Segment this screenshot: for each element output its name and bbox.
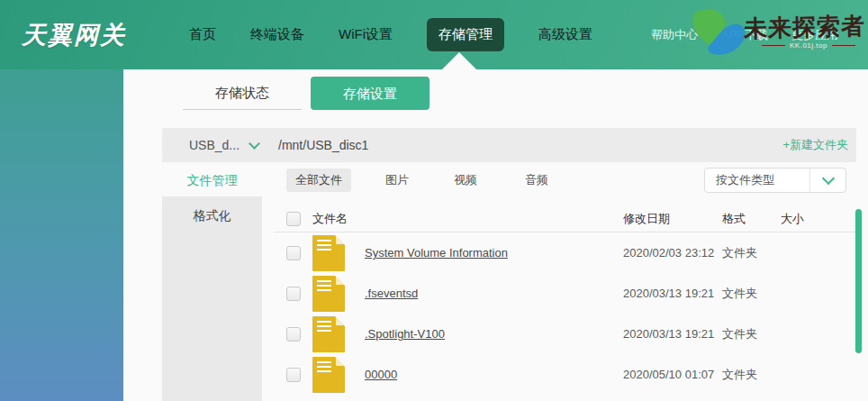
file-date: 2020/03/13 19:21 — [623, 287, 722, 300]
storage-path-bar: USB_d... /mnt/USB_disc1 +新建文件夹 — [162, 128, 856, 162]
column-header-size: 大小 — [781, 211, 856, 227]
file-name-link[interactable]: .fseventsd — [365, 287, 623, 300]
watermark-text: 未来探索者 — [744, 10, 866, 45]
file-icon — [312, 235, 345, 271]
file-name-link[interactable]: .Spotlight-V100 — [365, 327, 623, 341]
nav-item-wifi[interactable]: WiFi设置 — [339, 26, 393, 43]
filter-tab-audio[interactable]: 音频 — [525, 172, 548, 188]
watermark-line-left — [762, 45, 785, 46]
butterfly-logo-icon — [683, 5, 747, 61]
new-folder-button[interactable]: +新建文件夹 — [782, 137, 848, 153]
sidebar-item-file-management[interactable]: 文件管理 — [162, 165, 262, 196]
current-path: /mnt/USB_disc1 — [278, 138, 368, 152]
nav-item-devices[interactable]: 终端设备 — [250, 26, 304, 43]
column-header-date: 修改日期 — [623, 211, 722, 227]
file-icon — [312, 357, 345, 393]
file-type-tabs: 全部文件 图片 视频 音频 — [286, 169, 548, 192]
table-row: .fseventsd 2020/03/13 19:21 文件夹 — [275, 273, 856, 314]
row-checkbox[interactable] — [286, 246, 301, 260]
watermark-url: KK.01j.top — [790, 41, 827, 50]
file-name-link[interactable]: System Volume Information — [365, 246, 623, 260]
watermark-line-right — [832, 45, 855, 46]
nav-item-home[interactable]: 首页 — [189, 26, 216, 43]
dropdown-chevron-box[interactable] — [809, 169, 845, 192]
file-table: 文件名 修改日期 格式 大小 System Volume Information… — [275, 205, 856, 395]
select-all-checkbox[interactable] — [286, 212, 301, 226]
file-date: 2020/02/03 23:12 — [623, 246, 722, 260]
file-type-dropdown[interactable]: 按文件类型 — [704, 168, 846, 193]
watermark-subtext: KK.01j.top — [762, 41, 855, 50]
table-row: .Spotlight-V100 2020/03/13 19:21 文件夹 — [275, 314, 856, 354]
top-header: 天翼网关 首页 终端设备 WiFi设置 存储管理 高级设置 帮助中心 APP下载… — [0, 0, 868, 69]
file-format: 文件夹 — [722, 245, 781, 261]
file-date: 2020/05/10 01:07 — [623, 368, 722, 381]
main-nav: 首页 终端设备 WiFi设置 存储管理 高级设置 — [189, 0, 592, 69]
file-icon — [312, 276, 345, 312]
file-type-dropdown-value: 按文件类型 — [705, 172, 809, 188]
app-logo: 天翼网关 — [22, 19, 126, 51]
file-format: 文件夹 — [722, 286, 781, 302]
filter-tab-videos[interactable]: 视频 — [454, 172, 477, 188]
chevron-down-icon — [821, 172, 834, 185]
file-format: 文件夹 — [722, 367, 781, 383]
content-panel: 存储状态 存储设置 USB_d... /mnt/USB_disc1 +新建文件夹… — [123, 69, 868, 401]
file-name-link[interactable]: 00000 — [365, 368, 623, 381]
nav-item-advanced[interactable]: 高级设置 — [538, 26, 592, 43]
filter-tab-images[interactable]: 图片 — [385, 172, 409, 188]
column-header-name: 文件名 — [312, 211, 623, 227]
row-checkbox[interactable] — [286, 368, 301, 382]
usb-device-selector[interactable]: USB_d... — [189, 138, 240, 152]
active-nav-pointer — [442, 52, 476, 69]
column-header-format: 格式 — [722, 211, 781, 227]
file-date: 2020/03/13 19:21 — [623, 327, 722, 341]
chevron-down-icon[interactable] — [249, 138, 260, 150]
row-checkbox[interactable] — [286, 327, 301, 342]
filter-tab-all[interactable]: 全部文件 — [286, 169, 351, 192]
table-scrollbar[interactable] — [855, 209, 862, 353]
tab-storage-status[interactable]: 存储状态 — [183, 77, 302, 110]
table-header-row: 文件名 修改日期 格式 大小 — [275, 205, 856, 232]
file-format: 文件夹 — [722, 326, 781, 342]
row-checkbox[interactable] — [286, 287, 301, 301]
tab-storage-settings[interactable]: 存储设置 — [311, 77, 429, 110]
table-row: 00000 2020/05/10 01:07 文件夹 — [275, 354, 856, 395]
sidebar: 格式化 — [162, 196, 262, 401]
sidebar-item-format[interactable]: 格式化 — [162, 196, 262, 234]
nav-item-storage[interactable]: 存储管理 — [427, 18, 504, 51]
table-row: System Volume Information 2020/02/03 23:… — [275, 232, 856, 273]
file-icon — [312, 316, 345, 352]
